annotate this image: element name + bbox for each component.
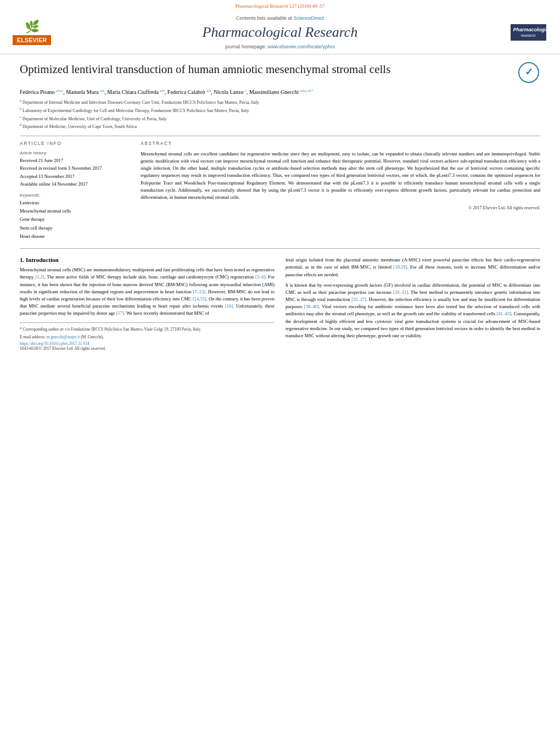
keywords-section: Keywords: Lentivirus Mesenchymal stromal… [20, 193, 130, 241]
keyword-1: Lentivirus [20, 199, 130, 207]
keyword-5: Heart disease [20, 232, 130, 241]
keywords-list: Lentivirus Mesenchymal stromal cells Gen… [20, 199, 130, 241]
journal-citation-bar: Pharmacological Research 127 (2018) 49–5… [0, 0, 560, 11]
article-info-heading: ARTICLE INFO [20, 141, 130, 146]
abstract-copyright: © 2017 Elsevier Ltd. All rights reserved… [141, 205, 540, 210]
affiliation-d: d Department of Medicine, University of … [20, 122, 540, 130]
corresponding-author-text: * Corresponding author at: c/o Fondazion… [20, 327, 201, 332]
accepted-date: Accepted 13 November 2017 [20, 172, 130, 180]
body-content: 1. Introduction Mesenchymal stromal cell… [20, 256, 540, 362]
crossmark-logo[interactable]: ✓ [518, 62, 540, 83]
article-info-abstract-section: ARTICLE INFO Article history: Received 2… [20, 141, 540, 241]
keyword-2: Mesenchymal stromal cells [20, 207, 130, 215]
abstract-heading: ABSTRACT [141, 141, 540, 146]
crossmark-icon: ✓ [518, 62, 539, 83]
journal-header: 🌿 ELSEVIER Contents lists available at S… [0, 11, 560, 54]
homepage-line: journal homepage: www.elsevier.com/locat… [54, 44, 506, 49]
keyword-3: Gene therapy [20, 215, 130, 224]
section-number: 1. [20, 256, 24, 263]
article-dates: Received 21 June 2017 Received in revise… [20, 157, 130, 188]
intro-paragraph-right-1: fetal origin isolated from the placental… [285, 256, 540, 278]
contents-line: Contents lists available at ScienceDirec… [54, 15, 506, 21]
keywords-label: Keywords: [20, 193, 130, 198]
email-label: E-mail address: [20, 334, 46, 339]
ref-20-31: [20–31] [393, 289, 408, 295]
authors-text: Federica Pisano a,b,c, Manuela Mura a,b,… [20, 89, 313, 95]
homepage-url[interactable]: www.elsevier.com/locate/yphrs [267, 44, 335, 49]
section-title-text: Introduction [26, 256, 59, 263]
ref-16: [16] [225, 303, 233, 309]
received-revised-date: Received in revised form 3 November 2017 [20, 164, 130, 172]
copyright-footer: 1043-6618/© 2017 Elsevier Ltd. All right… [20, 346, 275, 351]
authors-line: Federica Pisano a,b,c, Manuela Mura a,b,… [20, 88, 540, 95]
affiliation-c: c Department of Molecular Medicine, Unit… [20, 115, 540, 122]
intro-paragraph-right-2: It is known that by over-expressing grow… [285, 282, 540, 339]
article-main: Optimized lentiviral transduction of hum… [0, 54, 560, 362]
ref-7-13: [7–13] [193, 289, 205, 294]
homepage-label: journal homepage: [225, 44, 266, 49]
elsevier-tree-icon: 🌿 [25, 20, 40, 34]
abstract-column: ABSTRACT Mesenchymal stromal cells are e… [141, 141, 540, 241]
introduction-heading: 1. Introduction [20, 256, 275, 263]
divider-1 [20, 136, 540, 136]
doi-line[interactable]: https://doi.org/10.1016/j.phrs.2017.11.0… [20, 341, 275, 346]
keyword-4: Stem cell therapy [20, 224, 130, 232]
journal-citation: Pharmacological Research 127 (2018) 49–5… [236, 3, 324, 9]
page: Pharmacological Research 127 (2018) 49–5… [0, 0, 560, 742]
ref-14-15: [14,15] [193, 296, 206, 302]
ref-38-40: [38–40] [304, 304, 319, 309]
ref-18-19: [18,19] [394, 264, 407, 270]
right-journal-logo: Pharmacological research [506, 24, 550, 41]
article-title-block: Optimized lentiviral transduction of hum… [20, 62, 540, 83]
pharmacological-research-logo: Pharmacological research [511, 24, 546, 41]
email-link[interactable]: m.gnecchi@unipv.it [47, 334, 80, 339]
affiliation-a: a Department of Internal Medicine and In… [20, 98, 540, 106]
available-online-date: Available online 14 November 2017 [20, 180, 130, 188]
elsevier-wordmark: ELSEVIER [13, 35, 51, 45]
ref-3-6: [3–6] [255, 274, 265, 280]
affiliations-block: a Department of Internal Medicine and In… [20, 98, 540, 130]
journal-center-header: Contents lists available at ScienceDirec… [54, 15, 506, 49]
logo-title-line1: Pharmacological [513, 27, 544, 34]
affiliation-b: b Laboratory of Experimental Cardiology … [20, 107, 540, 114]
ref-17: [17] [116, 310, 124, 316]
ref-1-2: [1,2] [35, 274, 44, 280]
journal-title: Pharmacological Research [54, 24, 506, 41]
corresponding-author-note: * Corresponding author at: c/o Fondazion… [20, 326, 275, 332]
email-person: (M. Gnecchi). [81, 334, 104, 339]
divider-2 [20, 248, 540, 249]
email-note: E-mail address: m.gnecchi@unipv.it (M. G… [20, 334, 275, 340]
history-label: Article history: [20, 150, 130, 155]
body-col-right: fetal origin isolated from the placental… [285, 256, 540, 351]
footnote-section: * Corresponding author at: c/o Fondazion… [20, 322, 275, 351]
ref-41-43: [41–43] [496, 311, 511, 316]
elsevier-logo: 🌿 ELSEVIER [10, 20, 54, 45]
science-direct-link[interactable]: ScienceDirect [294, 15, 324, 21]
article-info-column: ARTICLE INFO Article history: Received 2… [20, 141, 130, 241]
received-date: Received 21 June 2017 [20, 157, 130, 164]
body-col-left: 1. Introduction Mesenchymal stromal cell… [20, 256, 275, 351]
abstract-text: Mesenchymal stromal cells are excellent … [141, 150, 540, 201]
intro-paragraph-1: Mesenchymal stromal cells (MSC) are immu… [20, 266, 275, 317]
article-title-text: Optimized lentiviral transduction of hum… [20, 62, 390, 77]
contents-text: Contents lists available at [236, 15, 292, 21]
ref-32-37: [32–37] [351, 297, 366, 302]
logo-title-line2: research [513, 33, 544, 38]
doi-text: https://doi.org/10.1016/j.phrs.2017.11.0… [20, 341, 89, 346]
